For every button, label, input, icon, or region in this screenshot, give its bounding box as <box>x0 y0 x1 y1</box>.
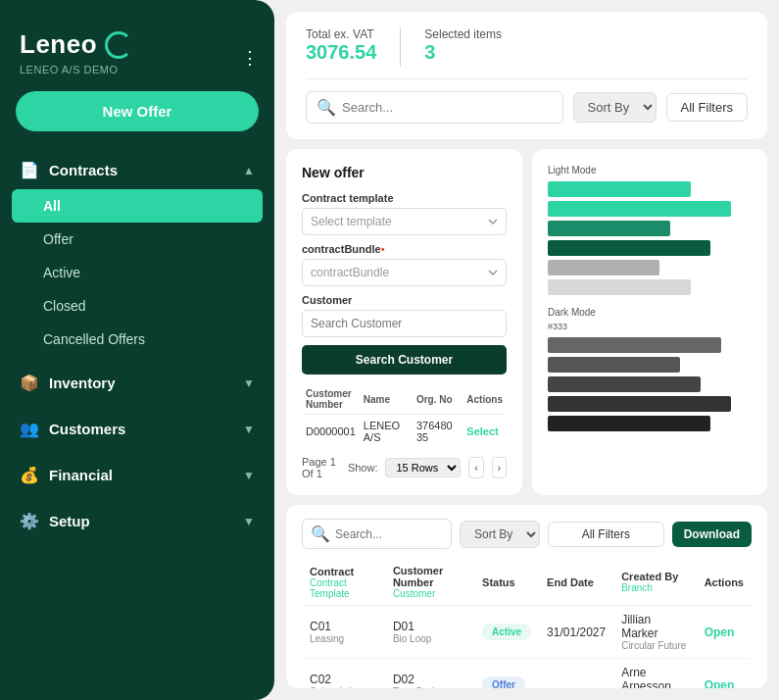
table-all-filters-button[interactable]: All Filters <box>548 522 664 547</box>
financial-section: 💰 Financial ▼ <box>0 456 274 502</box>
sidebar-item-contracts[interactable]: 📄 Contracts ▲ <box>0 151 274 189</box>
sidebar-item-closed[interactable]: Closed <box>0 289 274 323</box>
th-end-date: End Date <box>539 559 613 606</box>
contract-template-select[interactable]: Select template <box>302 208 507 235</box>
table-search-icon: 🔍 <box>311 525 330 543</box>
sidebar-item-cancelled-offers[interactable]: Cancelled Offers <box>0 323 274 356</box>
status-badge: Active <box>482 624 531 640</box>
chevron-down-financial-icon: ▼ <box>243 469 255 482</box>
customer-number-cell: D0000001 <box>302 415 360 449</box>
customer-org-cell: 376480 35 <box>413 415 463 449</box>
light-bar-2 <box>548 201 731 217</box>
table-sort-select[interactable]: Sort By <box>460 521 540 548</box>
contract-cell: C02 Subscription <box>302 659 385 689</box>
prev-page-arrow[interactable]: ‹ <box>468 457 483 478</box>
dark-bar-3 <box>548 376 701 392</box>
contracts-sub-items: All Offer Active Closed Cancelled Offers <box>0 189 274 356</box>
sidebar-item-customers[interactable]: 👥 Customers ▼ <box>0 410 274 448</box>
dark-mode-label: Dark Mode <box>548 307 752 318</box>
col-customer-number: CustomerNumber <box>302 384 360 415</box>
new-offer-button[interactable]: New Offer <box>16 91 259 131</box>
financial-icon: 💰 <box>20 466 39 484</box>
customers-label: Customers <box>49 421 125 437</box>
logo-icon <box>105 31 132 59</box>
created-by-cell: Jillian Marker Circular Future <box>613 606 696 659</box>
sidebar-item-financial[interactable]: 💰 Financial ▼ <box>0 456 274 494</box>
chevron-up-icon: ▲ <box>243 164 255 177</box>
mini-pagination-label: Page 1 Of 1 <box>302 456 340 479</box>
open-link[interactable]: Open <box>705 678 735 689</box>
inventory-section: 📦 Inventory ▼ <box>0 364 274 410</box>
status-cell: Active <box>474 606 539 659</box>
contract-template-label: Contract template <box>302 192 507 204</box>
top-panel: Total ex. VAT 3076.54 Selected items 3 🔍… <box>286 12 767 139</box>
next-page-arrow[interactable]: › <box>492 457 507 478</box>
chevron-down-inventory-icon: ▼ <box>243 376 255 390</box>
light-bar-5 <box>548 260 659 275</box>
th-created-by: Created By Branch <box>613 559 696 606</box>
contract-cell: C01 Leasing <box>302 606 385 659</box>
customers-section: 👥 Customers ▼ <box>0 410 274 456</box>
light-mode-bars <box>548 181 752 295</box>
download-button[interactable]: Download <box>672 522 752 547</box>
search-filter-row: 🔍 Sort By All Filters <box>306 91 748 124</box>
search-icon: 🔍 <box>316 98 336 117</box>
created-by-cell: Arne Arnesson Sustainaflow <box>613 659 696 689</box>
all-filters-button[interactable]: All Filters <box>666 93 748 122</box>
sidebar-item-active[interactable]: Active <box>0 256 274 289</box>
open-link[interactable]: Open <box>705 625 735 639</box>
sidebar-item-inventory[interactable]: 📦 Inventory ▼ <box>0 364 274 402</box>
customer-search-input[interactable] <box>302 310 507 337</box>
search-input[interactable] <box>342 100 553 115</box>
light-bar-4 <box>548 240 710 256</box>
logo-area: Leneo <box>0 20 274 64</box>
table-search-box[interactable]: 🔍 <box>302 519 452 549</box>
contracts-icon: 📄 <box>20 161 39 179</box>
status-badge: Offer <box>482 676 525 688</box>
selected-items-label: Selected items <box>424 27 502 41</box>
chevron-down-customers-icon: ▼ <box>243 423 255 436</box>
search-customer-button[interactable]: Search Customer <box>302 345 507 375</box>
sidebar-item-all[interactable]: All <box>12 189 263 223</box>
contracts-section: 📄 Contracts ▲ All Offer Active Closed Ca… <box>0 151 274 364</box>
mini-table-pagination: Page 1 Of 1 Show: 15 Rows ‹ › <box>302 456 507 479</box>
search-box[interactable]: 🔍 <box>306 91 563 124</box>
sidebar-item-setup[interactable]: ⚙️ Setup ▼ <box>0 502 274 540</box>
action-cell[interactable]: Open <box>697 659 752 689</box>
col-name: Name <box>360 384 413 415</box>
th-contract: Contract Contract Template <box>302 559 385 606</box>
bottom-panel: 🔍 Sort By All Filters Download Contract … <box>286 505 767 688</box>
customer-results-table: CustomerNumber Name Org. No Actions D000… <box>302 384 507 448</box>
table-search-input[interactable] <box>335 527 443 541</box>
color-swatch-value: #333 <box>548 322 752 331</box>
middle-row: New offer Contract template Select templ… <box>286 149 767 495</box>
mini-rows-per-page[interactable]: 15 Rows <box>385 458 461 477</box>
sidebar: Leneo LENEO A/S DEMO ⋮ New Offer 📄 Contr… <box>0 0 274 700</box>
end-date-cell: 31/01/2027 <box>539 606 613 659</box>
setup-label: Setup <box>49 513 90 529</box>
customer-num-cell: D01 Bio Loop <box>385 606 474 659</box>
status-cell: Offer <box>474 659 539 689</box>
contract-bundle-label: contractBundle• <box>302 243 507 255</box>
vertical-divider <box>400 27 401 67</box>
customer-select-link[interactable]: Select <box>463 415 507 449</box>
customers-icon: 👥 <box>20 420 39 438</box>
total-ex-vat-label: Total ex. VAT <box>306 27 376 41</box>
light-mode-label: Light Mode <box>548 165 752 175</box>
light-bar-3 <box>548 221 670 236</box>
total-ex-vat-block: Total ex. VAT 3076.54 <box>306 27 376 64</box>
inventory-label: Inventory <box>49 375 116 391</box>
total-ex-vat-value: 3076.54 <box>306 41 376 64</box>
more-options-icon[interactable]: ⋮ <box>241 47 259 69</box>
setup-icon: ⚙️ <box>20 512 39 530</box>
contract-bundle-select[interactable]: contractBundle <box>302 259 507 286</box>
dark-bar-4 <box>548 396 731 412</box>
selected-items-block: Selected items 3 <box>424 27 502 64</box>
sort-by-select[interactable]: Sort By <box>573 92 657 123</box>
setup-section: ⚙️ Setup ▼ <box>0 502 274 548</box>
dark-bar-2 <box>548 357 680 373</box>
table-row: D0000001 LENEO A/S 376480 35 Select <box>302 415 507 449</box>
contracts-label: Contracts <box>49 162 118 178</box>
action-cell[interactable]: Open <box>697 606 752 659</box>
sidebar-item-offer[interactable]: Offer <box>0 223 274 256</box>
